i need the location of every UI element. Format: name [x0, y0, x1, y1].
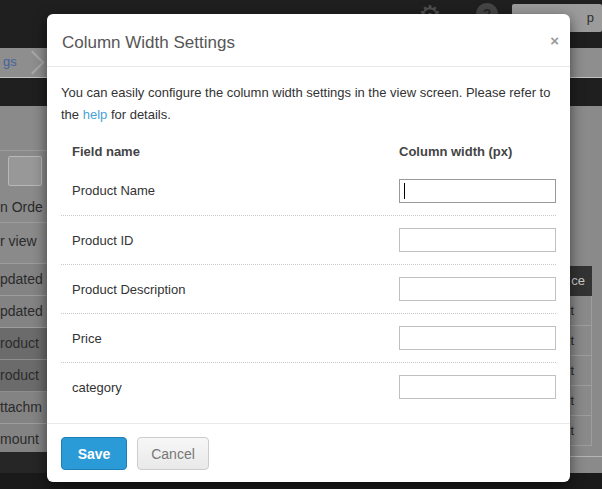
help-link[interactable]: help: [83, 107, 108, 122]
toolbar-button: [8, 156, 42, 186]
width-input-product-description[interactable]: [399, 277, 556, 301]
field-label: Product ID: [72, 233, 399, 248]
width-input-product-id[interactable]: [399, 228, 556, 252]
column-width-header: Column width (px): [399, 144, 556, 159]
field-row-product-description: Product Description: [61, 264, 556, 313]
divider: [0, 150, 47, 151]
field-label: Price: [72, 331, 399, 346]
close-icon[interactable]: ×: [550, 33, 559, 48]
width-input-product-name[interactable]: [399, 179, 556, 203]
page-heading-fragment: n Orde: [0, 199, 43, 215]
field-row-price: Price: [61, 313, 556, 362]
input-wrapper: [399, 277, 556, 301]
column-width-settings-dialog: Column Width Settings × You can easily c…: [47, 14, 570, 482]
screen: ⚙ ? p gs n Orde r view pdated pdated rod…: [0, 0, 602, 489]
chevron-right-icon: [20, 50, 44, 74]
list-item: ttachm: [0, 392, 47, 424]
field-row-product-name: Product Name: [61, 166, 556, 215]
breadcrumb-link: gs: [3, 54, 17, 69]
input-wrapper: [399, 179, 556, 203]
input-wrapper: [399, 228, 556, 252]
width-input-price[interactable]: [399, 326, 556, 350]
input-wrapper: [399, 326, 556, 350]
field-row-product-id: Product ID: [61, 215, 556, 264]
input-wrapper: [399, 375, 556, 399]
width-input-category[interactable]: [399, 375, 556, 399]
table-header-row: Field name Column width (px): [61, 136, 556, 166]
field-label: Product Name: [72, 183, 399, 198]
list-item: roduct: [0, 360, 47, 392]
dialog-header: Column Width Settings ×: [47, 14, 570, 67]
field-row-category: category: [61, 362, 556, 411]
text-caret: [404, 183, 405, 199]
dialog-description: You can easily configure the column widt…: [61, 82, 558, 126]
list-item: pdated: [0, 264, 47, 296]
list-item: pdated: [0, 296, 47, 328]
field-list: pdated pdated roduct roduct ttachm mount: [0, 263, 47, 456]
description-text: for details.: [107, 107, 171, 122]
dialog-title: Column Width Settings: [62, 33, 235, 53]
field-name-header: Field name: [72, 144, 399, 159]
view-name-fragment: r view: [0, 233, 37, 249]
list-item: roduct: [0, 328, 47, 360]
field-label: category: [72, 380, 399, 395]
field-label: Product Description: [72, 282, 399, 297]
dialog-footer: Save Cancel: [47, 423, 570, 470]
cancel-button[interactable]: Cancel: [137, 437, 209, 470]
save-button[interactable]: Save: [61, 437, 127, 470]
divider: [0, 222, 47, 223]
dialog-body: You can easily configure the column widt…: [47, 67, 570, 411]
